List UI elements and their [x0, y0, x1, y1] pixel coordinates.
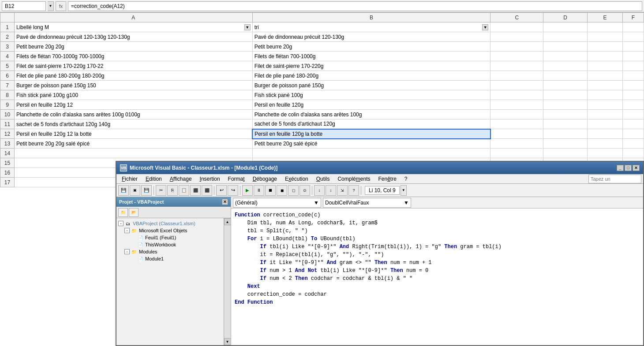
tree-item[interactable]: -📁Microsoft Excel Objets	[118, 227, 222, 234]
cell-e8[interactable]	[588, 90, 623, 100]
menu-insertion[interactable]: Insertion	[196, 175, 224, 183]
vba-minimize-btn[interactable]: _	[617, 165, 624, 171]
cell-c1[interactable]	[490, 22, 543, 32]
cell-e5[interactable]	[588, 61, 623, 71]
row-header-1[interactable]: 1	[0, 22, 15, 32]
cell-a14[interactable]	[14, 149, 252, 158]
cell-d4[interactable]	[543, 52, 588, 61]
cell-e1[interactable]	[588, 22, 623, 32]
cell-d11[interactable]	[543, 119, 588, 129]
cell-e4[interactable]	[588, 52, 623, 61]
cell-c6[interactable]	[490, 71, 543, 81]
tb-undo-btn[interactable]: ↩	[216, 185, 227, 196]
cell-b4[interactable]: Filets de flétan 700-1000g	[252, 52, 490, 61]
cell-a8[interactable]: Fish stick pané 100g g100	[14, 90, 252, 100]
cell-f3[interactable]	[623, 42, 644, 52]
cell-f12[interactable]	[623, 129, 644, 139]
menu-outils[interactable]: Outils	[313, 175, 333, 183]
scroll-up-arrow[interactable]: ▲	[224, 218, 231, 225]
tb-btn-3[interactable]: 💾	[141, 185, 152, 196]
cell-d10[interactable]	[543, 110, 588, 119]
cell-e14[interactable]	[588, 149, 623, 158]
tree-item[interactable]: -📁Modules	[118, 248, 222, 255]
tb-btn-12[interactable]: ?	[348, 185, 359, 196]
cell-c12[interactable]	[490, 129, 543, 139]
tb-btn-4[interactable]: ⬛	[190, 185, 201, 196]
cell-c11[interactable]	[490, 119, 543, 129]
row-header-12[interactable]: 12	[0, 129, 15, 139]
cell-c14[interactable]	[490, 149, 543, 158]
tb-btn-5[interactable]: ⬛	[202, 185, 212, 196]
cell-e6[interactable]	[588, 71, 623, 81]
cell-b3[interactable]: Petit beurre 20g	[252, 42, 490, 52]
cell-f9[interactable]	[623, 100, 644, 110]
cell-e3[interactable]	[588, 42, 623, 52]
cell-f11[interactable]	[623, 119, 644, 129]
cell-d3[interactable]	[543, 42, 588, 52]
tb-btn-6[interactable]: ◼	[277, 185, 287, 196]
cell-b2[interactable]: Pavé de dindonneau précuit 120-130g	[252, 32, 490, 42]
cell-c2[interactable]	[490, 32, 543, 42]
cell-b11[interactable]: sachet de 5 fonds d'artichaut 120g	[252, 119, 490, 129]
menu-affichage[interactable]: Affichage	[166, 175, 195, 183]
cell-d6[interactable]	[543, 71, 588, 81]
cell-b8[interactable]: Fish stick pané 100g	[252, 90, 490, 100]
row-header-9[interactable]: 9	[0, 100, 15, 110]
menu-format[interactable]: Format	[225, 175, 248, 183]
cell-e11[interactable]	[588, 119, 623, 129]
menu-edition[interactable]: Edition	[142, 175, 165, 183]
tb-btn-9[interactable]: ↕	[314, 185, 325, 196]
cell-d13[interactable]	[543, 139, 588, 149]
tb-btn-7[interactable]: ◻	[288, 185, 299, 196]
cell-b6[interactable]: Filet de plie pané 180-200g	[252, 71, 490, 81]
menu-complements[interactable]: Compléments	[334, 175, 374, 183]
cell-a12[interactable]: Persil en feuille 120g 12 la botte	[14, 129, 252, 139]
cell-c7[interactable]	[490, 81, 543, 90]
cell-f1[interactable]	[623, 22, 644, 32]
cell-e13[interactable]	[588, 139, 623, 149]
tb-pause-btn[interactable]: ⏸	[254, 185, 264, 196]
code-dropdown-left[interactable]: (Général) ▼	[233, 198, 321, 208]
col-header-a[interactable]: A	[14, 13, 252, 22]
row-header-13[interactable]: 13	[0, 139, 15, 149]
cell-f5[interactable]	[623, 61, 644, 71]
cell-a13[interactable]: Petit beurre 20g 20g salé épicé	[14, 139, 252, 149]
cell-a2[interactable]: Pavé de dindonneau précuit 120-130g 120-…	[14, 32, 252, 42]
scroll-down-arrow[interactable]: ▼	[224, 338, 231, 345]
cell-f6[interactable]	[623, 71, 644, 81]
cell-b9[interactable]: Persil en feuille 120g	[252, 100, 490, 110]
cell-d12[interactable]	[543, 129, 588, 139]
row-header-6[interactable]: 6	[0, 71, 15, 81]
menu-fenetre[interactable]: Fenêtre	[374, 175, 400, 183]
col-header-d[interactable]: D	[543, 13, 588, 22]
cell-b12[interactable]: Persil en feuille 120g la botte	[252, 129, 490, 139]
cell-b14[interactable]	[252, 149, 490, 158]
cell-a11[interactable]: sachet de 5 fonds d'artichaut 120g 140g	[14, 119, 252, 129]
cell-b1[interactable]: tri▼	[252, 22, 490, 32]
tb-redo-btn[interactable]: ↪	[228, 185, 238, 196]
row-header-14[interactable]: 14	[0, 149, 15, 158]
tb-paste-btn[interactable]: 📋	[179, 185, 189, 196]
col-header-c[interactable]: C	[490, 13, 543, 22]
cell-a10[interactable]: Planchette de colin d'alaska sans arêtes…	[14, 110, 252, 119]
cell-d8[interactable]	[543, 90, 588, 100]
cell-e9[interactable]	[588, 100, 623, 110]
filter-dropdown-b[interactable]: ▼	[482, 24, 488, 30]
tb-btn-10[interactable]: ↕	[326, 185, 336, 196]
cell-c10[interactable]	[490, 110, 543, 119]
col-header-b[interactable]: B	[252, 13, 490, 22]
col-header-f[interactable]: F	[623, 13, 644, 22]
cell-c5[interactable]	[490, 61, 543, 71]
cell-b13[interactable]: Petit beurre 20g salé épicé	[252, 139, 490, 149]
tb-save-btn[interactable]: 💾	[118, 185, 129, 196]
cell-f14[interactable]	[623, 149, 644, 158]
panel-tb-btn2[interactable]: 📂	[129, 208, 139, 217]
panel-tb-btn1[interactable]: 📁	[118, 208, 128, 217]
cell-d1[interactable]	[543, 22, 588, 32]
cell-f8[interactable]	[623, 90, 644, 100]
row-header-2[interactable]: 2	[0, 32, 15, 42]
row-header-16[interactable]: 16	[0, 168, 15, 178]
col-header-e[interactable]: E	[588, 13, 623, 22]
vba-maximize-btn[interactable]: □	[625, 165, 632, 171]
panel-scrollbar[interactable]: ▲ ▼	[224, 218, 231, 345]
